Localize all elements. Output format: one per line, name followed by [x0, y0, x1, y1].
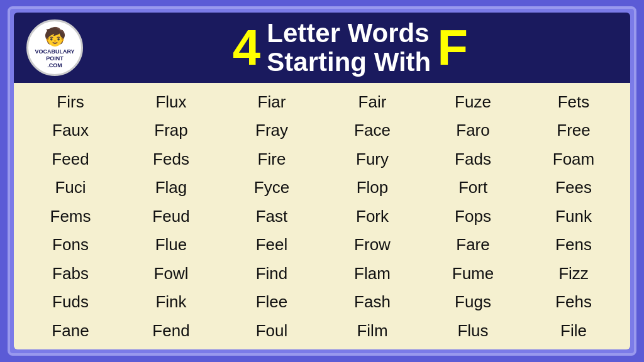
word-cell: Fend [121, 317, 221, 344]
word-cell: Fiar [221, 88, 322, 116]
word-cell: Find [221, 260, 322, 287]
logo: 🧒 VOCABULARY POINT .COM [26, 19, 83, 76]
word-cell: Fury [322, 145, 423, 173]
big-letter: F [437, 23, 468, 73]
word-cell: Flee [221, 288, 322, 316]
word-cell: Fane [20, 317, 121, 344]
word-cell: Fads [423, 145, 523, 173]
word-cell: Firs [20, 88, 121, 116]
word-cell: Film [322, 317, 423, 344]
word-cell: Flop [322, 174, 423, 202]
word-cell: Fizz [523, 260, 624, 287]
word-cell: Flue [121, 231, 221, 259]
word-cell: Fuze [423, 88, 523, 116]
header: 🧒 VOCABULARY POINT .COM 4 Letter Words S… [14, 13, 630, 83]
logo-text: VOCABULARY POINT .COM [35, 48, 74, 69]
word-cell: Frow [322, 231, 423, 259]
word-cell: Face [322, 117, 423, 145]
word-content: FirsFluxFiarFairFuzeFetsFauxFrapFrayFace… [14, 83, 630, 349]
word-cell: Fume [423, 260, 523, 287]
word-cell: Feud [121, 202, 221, 230]
word-grid: FirsFluxFiarFairFuzeFetsFauxFrapFrayFace… [20, 88, 624, 344]
word-cell: Faux [20, 117, 121, 145]
word-cell: Fets [523, 88, 624, 116]
word-cell: Fort [423, 174, 523, 202]
word-cell: Flus [423, 317, 523, 344]
word-cell: Feed [20, 145, 121, 173]
word-cell: Fire [221, 145, 322, 173]
word-cell: Fray [221, 117, 322, 145]
big-number: 4 [233, 23, 261, 73]
main-container: 🧒 VOCABULARY POINT .COM 4 Letter Words S… [8, 6, 636, 356]
word-cell: Fink [121, 288, 221, 316]
word-cell: Funk [523, 202, 624, 230]
word-cell: Fast [221, 202, 322, 230]
title-line1: Letter Words [267, 19, 431, 48]
word-cell: Frap [121, 117, 221, 145]
word-cell: Fare [423, 231, 523, 259]
word-cell: Feds [121, 145, 221, 173]
word-cell: Fabs [20, 260, 121, 287]
word-cell: Fens [523, 231, 624, 259]
word-cell: Flux [121, 88, 221, 116]
word-cell: Foul [221, 317, 322, 344]
word-cell: Fuci [20, 174, 121, 202]
word-cell: Fops [423, 202, 523, 230]
word-cell: Fems [20, 202, 121, 230]
word-cell: Fuds [20, 288, 121, 316]
word-cell: Fehs [523, 288, 624, 316]
word-cell: Fyce [221, 174, 322, 202]
word-cell: Flam [322, 260, 423, 287]
word-cell: Fees [523, 174, 624, 202]
word-cell: Fugs [423, 288, 523, 316]
title-text: Letter Words Starting With [267, 19, 431, 77]
word-cell: Fash [322, 288, 423, 316]
word-cell: Fair [322, 88, 423, 116]
word-cell: Flag [121, 174, 221, 202]
word-cell: Free [523, 117, 624, 145]
title-line2: Starting With [267, 48, 431, 77]
word-cell: Fowl [121, 260, 221, 287]
title-area: 4 Letter Words Starting With F [83, 19, 618, 77]
word-cell: File [523, 317, 624, 344]
word-cell: Fork [322, 202, 423, 230]
word-cell: Faro [423, 117, 523, 145]
word-cell: Feel [221, 231, 322, 259]
word-cell: Fons [20, 231, 121, 259]
logo-icon: 🧒 [44, 26, 66, 47]
word-cell: Foam [523, 145, 624, 173]
